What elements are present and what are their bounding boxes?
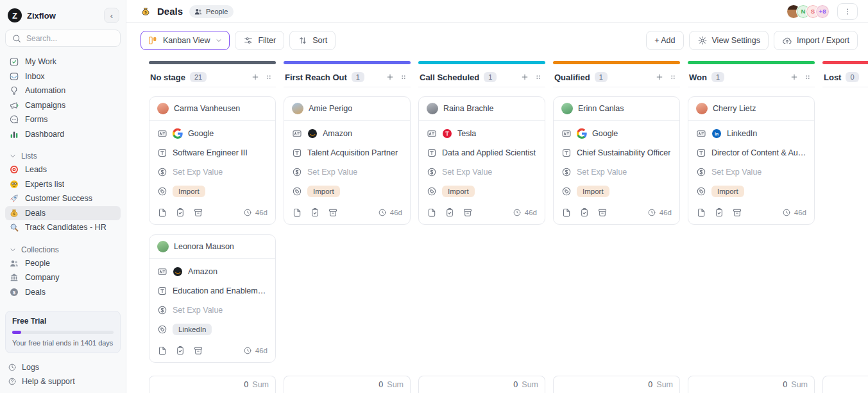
lists-section-header[interactable]: Lists [5, 150, 121, 162]
add-card-button[interactable] [790, 73, 799, 82]
more-options-button[interactable] [837, 3, 858, 20]
sidebar-link-help-support[interactable]: Help & support [5, 375, 121, 388]
exp-value-row[interactable]: Set Exp Value [688, 162, 814, 182]
job-title-row[interactable]: Chief Sustainability Officer [554, 143, 679, 162]
tag-row[interactable]: Import [284, 182, 410, 201]
member-avatar-stack[interactable]: NS+8 [787, 4, 830, 19]
note-icon[interactable] [696, 207, 706, 218]
column-drag-handle-icon[interactable] [399, 73, 408, 82]
sidebar-list-track-candidates-hr[interactable]: Track Candidates - HR [5, 220, 121, 235]
sidebar-list-deals[interactable]: $Deals [5, 206, 121, 221]
note-icon[interactable] [561, 207, 572, 218]
archive-icon[interactable] [193, 207, 203, 218]
company-name: Google [188, 129, 214, 138]
archive-icon[interactable] [193, 345, 203, 356]
tag-row[interactable]: Import [149, 182, 275, 201]
add-card-button[interactable] [520, 73, 529, 82]
chevron-down-icon [9, 152, 17, 160]
exp-value-row[interactable]: Set Exp Value [554, 162, 679, 182]
tag-pill[interactable]: Import [307, 186, 340, 197]
sidebar-list-experts-list[interactable]: Experts list [5, 177, 121, 192]
deal-card-leonora-mauson[interactable]: Leonora MausonAmazonEducation and Enable… [149, 234, 276, 363]
sidebar-collection-company[interactable]: Company [5, 270, 121, 285]
note-icon[interactable] [157, 207, 167, 218]
tag-pill[interactable]: Import [711, 186, 744, 197]
task-clipboard-icon[interactable] [579, 207, 590, 218]
sidebar-item-my-work[interactable]: My Work [5, 55, 121, 69]
column-drag-handle-icon[interactable] [803, 73, 812, 82]
tag-pill[interactable]: Import [173, 186, 205, 197]
sidebar-link-logs[interactable]: Logs [5, 361, 121, 374]
sidebar-collection-people[interactable]: People [5, 256, 121, 271]
sidebar-item-forms[interactable]: Forms [5, 112, 121, 127]
task-clipboard-icon[interactable] [445, 207, 455, 218]
job-title-row[interactable]: Education and Enablement Ma... [149, 281, 275, 301]
archive-icon[interactable] [463, 207, 473, 218]
archive-icon[interactable] [597, 207, 608, 218]
job-title-row[interactable]: Director of Content & Audienc... [688, 143, 814, 162]
deal-card-carma-vanheusen[interactable]: Carma VanheusenGoogleSoftware Engineer I… [149, 96, 276, 225]
add-card-button[interactable] [251, 73, 260, 82]
filter-button[interactable]: Filter [235, 31, 284, 50]
add-card-button[interactable] [386, 73, 395, 82]
tag-row[interactable]: Import [688, 182, 814, 201]
nav-item-label: Campaigns [25, 101, 65, 110]
company-row[interactable]: Google [554, 124, 679, 143]
company-row[interactable]: Tesla [419, 124, 545, 143]
job-title-row[interactable]: Software Engineer III [149, 143, 275, 162]
kanban-column-call-scheduled: Call Scheduled1Raina BrachleTeslaData an… [418, 61, 545, 393]
collections-section-header[interactable]: Collections [5, 243, 121, 256]
job-title-row[interactable]: Talent Acquisition Partner [284, 143, 410, 162]
user-avatar[interactable]: +8 [815, 4, 830, 19]
company-row[interactable]: Google [149, 124, 275, 143]
zixflow-logo: Z [8, 8, 22, 22]
search-input[interactable] [5, 30, 121, 47]
tag-pill[interactable]: Import [442, 186, 475, 197]
column-drag-handle-icon[interactable] [264, 73, 273, 82]
task-clipboard-icon[interactable] [175, 207, 185, 218]
deal-card-amie-perigo[interactable]: Amie PerigoAmazonTalent Acquisition Part… [284, 96, 411, 225]
add-button[interactable]: + Add [646, 31, 683, 50]
import-export-button[interactable]: Import / Export [774, 31, 858, 50]
job-title-row[interactable]: Data and Applied Scientist [419, 143, 545, 162]
sort-button[interactable]: Sort [289, 31, 336, 50]
task-clipboard-icon[interactable] [310, 207, 320, 218]
company-row[interactable]: Amazon [149, 262, 275, 281]
tag-pill[interactable]: LinkedIn [173, 324, 212, 335]
task-clipboard-icon[interactable] [714, 207, 724, 218]
sidebar-item-dashboard[interactable]: Dashboard [5, 127, 121, 142]
exp-value-row[interactable]: Set Exp Value [149, 301, 275, 320]
sidebar-item-automation[interactable]: Automation [5, 83, 121, 98]
company-row[interactable]: inLinkedIn [688, 124, 814, 143]
deal-card-raina-brachle[interactable]: Raina BrachleTeslaData and Applied Scien… [418, 96, 545, 225]
note-icon[interactable] [427, 207, 437, 218]
exp-value-row[interactable]: Set Exp Value [284, 162, 410, 182]
column-drag-handle-icon[interactable] [534, 73, 543, 82]
sidebar-list-leads[interactable]: Leads [5, 162, 121, 177]
archive-icon[interactable] [732, 207, 742, 218]
people-association-badge[interactable]: People [189, 5, 234, 18]
sidebar-collection-deals[interactable]: $Deals [5, 285, 121, 300]
tag-row[interactable]: Import [554, 182, 679, 201]
archive-icon[interactable] [328, 207, 338, 218]
tag-row[interactable]: Import [419, 182, 545, 201]
note-icon[interactable] [292, 207, 302, 218]
note-icon[interactable] [157, 345, 167, 356]
deal-card-erinn-canlas[interactable]: Erinn CanlasGoogleChief Sustainability O… [553, 96, 680, 225]
task-clipboard-icon[interactable] [175, 345, 185, 356]
exp-value-row[interactable]: Set Exp Value [149, 162, 275, 182]
deal-card-cherry-lietz[interactable]: Cherry LietzinLinkedInDirector of Conten… [688, 96, 815, 225]
view-settings-button[interactable]: View Settings [689, 31, 769, 50]
column-drag-handle-icon[interactable] [668, 73, 677, 82]
company-row[interactable]: Amazon [284, 124, 410, 143]
add-card-button[interactable] [655, 73, 664, 82]
view-selector-button[interactable]: Kanban View [140, 31, 230, 50]
tag-row[interactable]: LinkedIn [149, 320, 275, 339]
exp-value-row[interactable]: Set Exp Value [419, 162, 545, 182]
sidebar-collapse-button[interactable]: ‹ [104, 8, 119, 23]
search-field[interactable] [26, 34, 114, 43]
sidebar-list-customer-success[interactable]: Customer Success [5, 191, 121, 206]
sidebar-item-campaigns[interactable]: Campaigns [5, 98, 121, 113]
tag-pill[interactable]: Import [577, 186, 609, 197]
sidebar-item-inbox[interactable]: Inbox [5, 69, 121, 84]
